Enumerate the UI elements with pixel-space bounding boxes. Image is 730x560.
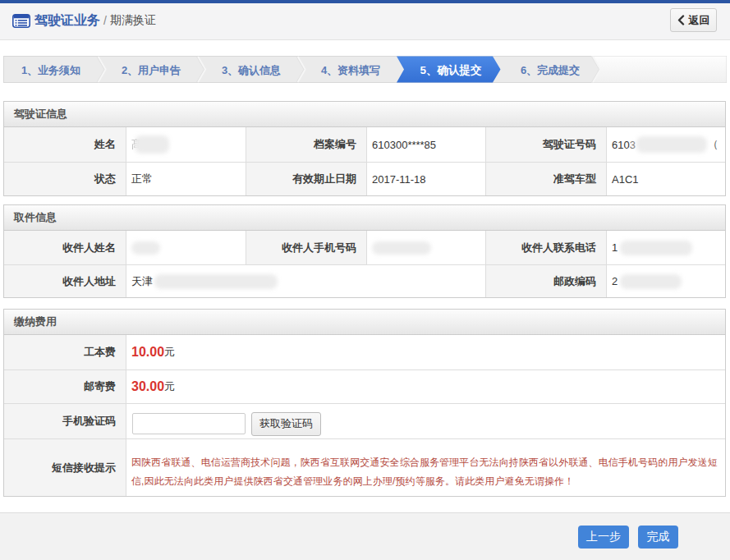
svg-text:5、确认提交: 5、确认提交 [420,64,482,76]
svg-text:1、业务须知: 1、业务须知 [21,64,80,76]
svg-text:3、确认信息: 3、确认信息 [222,64,281,76]
svg-text:6、完成提交: 6、完成提交 [521,64,580,76]
svg-text:4、资料填写: 4、资料填写 [321,64,380,76]
svg-text:2、用户申告: 2、用户申告 [122,64,181,76]
